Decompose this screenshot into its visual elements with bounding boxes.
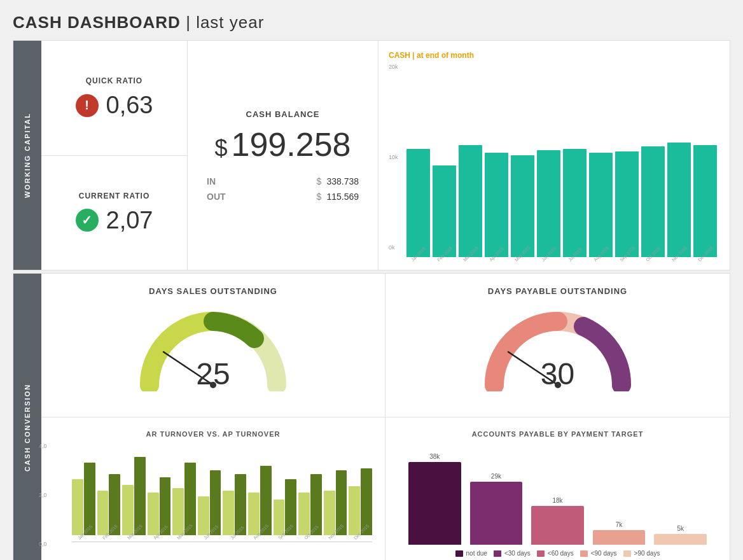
ap-legend-item: <60 days (537, 550, 574, 557)
cash-bar-col: Aug 2015 (589, 153, 613, 263)
cash-flow-rows: IN $ 338.738 OUT $ 115.569 (200, 176, 365, 202)
turnover-bar-group: Dec 2015 (349, 468, 372, 542)
dashboard: WORKING CAPITAL QUICK RATIO ! 0,63 CURRE… (13, 40, 730, 560)
turnover-bar-group: Apr 2015 (148, 477, 171, 542)
cash-bars: Jan 2015Feb 2015Mar 2015Apr 2015May 2015… (406, 64, 717, 263)
turnover-bar-group: Aug 2015 (248, 466, 272, 542)
ap-bar-top-label: 7k (616, 521, 623, 528)
cash-out-value: 115.569 (326, 192, 359, 202)
dpo-title: DAYS PAYABLE OUTSTANDING (398, 286, 717, 296)
cash-bar-col: Sep 2015 (615, 151, 639, 263)
turnover-baseline (72, 542, 372, 542)
current-ratio-box: CURRENT RATIO ✓ 2,07 (41, 156, 187, 270)
ar-bar (274, 500, 285, 535)
turnover-yaxis: 4,02,00,0 (39, 443, 47, 547)
ap-payment-cell: ACCOUNTS PAYABLE BY PAYMENT TARGET 38k29… (385, 417, 730, 560)
ap-bar-rect (531, 506, 584, 545)
cash-in-value: 338.738 (326, 176, 359, 186)
cash-bar-col: May 2015 (511, 155, 534, 263)
turnover-yaxis-label: 0,0 (39, 541, 47, 547)
current-ratio-value: 2,07 (106, 207, 153, 234)
quick-ratio-label: QUICK RATIO (86, 76, 142, 85)
cash-bar-col: Dec 2015 (693, 145, 717, 263)
cash-bar-col: Mar 2015 (459, 145, 482, 263)
ar-bar (198, 496, 209, 535)
dpo-cell: DAYS PAYABLE OUTSTANDING (385, 274, 730, 417)
working-capital-label: WORKING CAPITAL (13, 41, 41, 270)
ap-chart-title: ACCOUNTS PAYABLE BY PAYMENT TARGET (398, 430, 717, 438)
cash-bar (537, 150, 560, 257)
cash-bar (615, 151, 639, 257)
dpo-gauge-wrap: 30 (482, 309, 634, 398)
ap-bar-rect (593, 530, 646, 545)
quick-ratio-row: ! 0,63 (76, 92, 153, 119)
ap-legend-item: not due (455, 550, 487, 557)
cash-bar-col: Jan 2015 (406, 149, 430, 263)
ap-bar-col: 18k (531, 497, 584, 545)
ap-legend: not due<30 days<60 days<90 days>90 days (398, 550, 717, 557)
cash-chart-area: CASH | at end of month 20k10k0k Jan 2015… (378, 41, 730, 270)
cash-bar-col: Jun 2015 (537, 150, 560, 263)
dso-cell: DAYS SALES OUTSTANDING (41, 274, 385, 417)
cash-bar-col: Nov 2015 (667, 143, 691, 263)
cash-bar (589, 153, 613, 257)
cash-bar-col: Jul 2015 (563, 149, 587, 263)
quick-ratio-icon: ! (76, 94, 99, 117)
ap-bar-rect (654, 534, 707, 545)
cash-bar (563, 149, 587, 257)
current-ratio-icon: ✓ (76, 209, 99, 232)
period-label: last year (196, 13, 264, 32)
cash-balance-panel: CASH BALANCE $ 199.258 IN $ 338.738 OUT (188, 41, 378, 270)
turnover-bar-group: Jul 2015 (223, 474, 246, 542)
turnover-bar-group: Oct 2015 (298, 474, 322, 542)
ar-bar (248, 493, 260, 535)
cash-out-dollar: $ (317, 192, 322, 202)
dso-title: DAYS SALES OUTSTANDING (54, 286, 372, 296)
cash-yaxis-label: 20k (389, 64, 398, 70)
current-ratio-label: CURRENT RATIO (79, 192, 149, 200)
ar-bar (148, 493, 159, 535)
ap-legend-dot (494, 550, 501, 557)
cash-out-row: OUT $ 115.569 (200, 192, 365, 202)
cash-balance-value: 199.258 (232, 125, 351, 164)
dso-gauge: 25 (54, 302, 372, 404)
cash-in-dollar: $ (317, 176, 322, 186)
ap-legend-item: <90 days (580, 550, 617, 557)
turnover-bar-group: Feb 2015 (97, 474, 121, 542)
ap-bar-top-label: 29k (491, 473, 501, 480)
turnover-bar-group: Nov 2015 (324, 470, 347, 542)
cash-bar (511, 155, 534, 257)
ap-legend-label: <30 days (504, 550, 531, 557)
working-capital-content: QUICK RATIO ! 0,63 CURRENT RATIO ✓ 2,07 (41, 41, 730, 270)
ap-bar-col: 5k (654, 525, 707, 545)
ar-bar (122, 485, 134, 535)
turnover-chart-area: 4,02,00,0 Jan 2015Feb 2015Mar 2015Apr 20… (54, 443, 372, 557)
ap-bar-area: 38k29k18k7k5k (398, 443, 717, 545)
ap-bar-top-label: 38k (429, 453, 440, 460)
period-separator: | (186, 13, 196, 32)
cash-yaxis-label: 10k (389, 154, 398, 160)
ap-legend-dot (623, 550, 631, 557)
cash-conversion-section: CASH CONVERSION DAYS SALES OUTSTANDING (13, 273, 730, 560)
ap-bar-col: 7k (593, 521, 646, 545)
quick-ratio-value: 0,63 (106, 92, 153, 119)
cash-bar-col: Oct 2015 (641, 146, 665, 263)
ar-bar (223, 491, 234, 535)
ap-bar-col: 38k (408, 453, 461, 545)
cash-chart-yaxis: 20k10k0k (389, 64, 398, 251)
cc-grid: DAYS SALES OUTSTANDING (41, 274, 730, 560)
cash-in-vals: $ 338.738 (317, 176, 359, 186)
ap-legend-item: >90 days (623, 550, 660, 557)
cash-yaxis-label: 0k (389, 244, 398, 251)
turnover-bar-group: Jun 2015 (198, 470, 221, 542)
ap-bar-rect (470, 482, 523, 545)
ap-bar-col: 29k (470, 473, 523, 545)
cash-in-row: IN $ 338.738 (200, 176, 365, 186)
ap-legend-dot (537, 550, 545, 557)
cash-main-value: $ 199.258 (215, 125, 351, 164)
ap-legend-dot (455, 550, 463, 557)
ap-legend-label: <90 days (591, 550, 617, 557)
ar-bar (324, 491, 335, 535)
turnover-cell: AR TURNOVER VS. AP TURNOVER 4,02,00,0 Ja… (41, 417, 385, 560)
cash-conversion-label: CASH CONVERSION (13, 274, 41, 560)
